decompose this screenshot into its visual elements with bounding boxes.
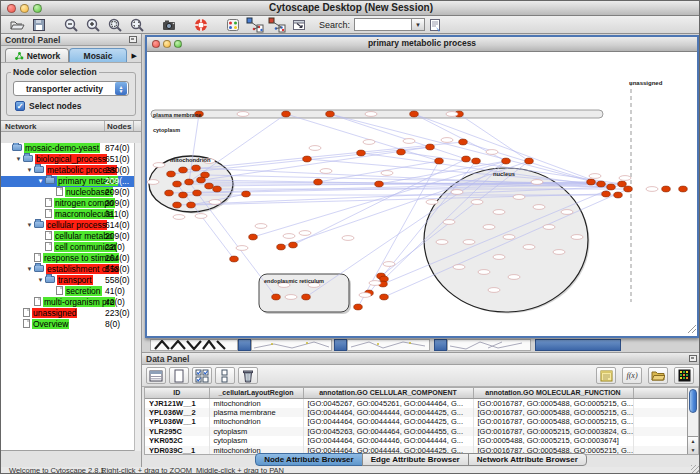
select-attributes-button[interactable] (192, 367, 212, 384)
tab-mosaic[interactable]: Mosaic (69, 48, 127, 62)
zoom-fit-button[interactable] (127, 17, 147, 33)
network-node[interactable] (375, 181, 384, 187)
tree-row[interactable]: ▼transport558(0) (1, 275, 141, 286)
network-node[interactable] (380, 294, 389, 300)
column-header[interactable]: ID (145, 388, 209, 398)
network-node[interactable] (167, 171, 176, 177)
network-node[interactable] (624, 186, 633, 192)
network-node[interactable] (187, 202, 196, 208)
search-input[interactable] (354, 18, 412, 31)
float-panel-icon[interactable] (689, 355, 697, 362)
background-window-fragment[interactable] (251, 339, 332, 351)
network-node[interactable] (302, 294, 311, 300)
network-node[interactable] (410, 111, 419, 117)
network-node[interactable] (397, 149, 406, 155)
network-node[interactable] (179, 167, 188, 173)
network-node[interactable] (193, 190, 202, 196)
network-node[interactable] (179, 192, 188, 198)
node-color-dropdown[interactable]: transporter activity ▲▼ (13, 81, 129, 96)
tree-row[interactable]: ▼cellular process614(0) (1, 220, 141, 231)
network-node[interactable] (618, 181, 627, 187)
network-node[interactable] (502, 158, 511, 164)
network-node[interactable] (525, 158, 534, 164)
background-window-fragment[interactable] (434, 339, 447, 351)
scroll-up-button[interactable]: ▲ (688, 437, 698, 446)
vizmapper-button[interactable] (223, 17, 243, 33)
network-node[interactable] (230, 256, 239, 262)
network-node[interactable] (607, 184, 616, 190)
delete-attribute-button[interactable] (238, 367, 258, 384)
network-node[interactable] (213, 186, 222, 192)
background-window-fragment[interactable] (150, 339, 238, 351)
expander-icon[interactable]: ▼ (25, 165, 34, 176)
frame-resize-grip[interactable] (688, 325, 696, 333)
new-window-button[interactable] (289, 17, 309, 33)
attribute-table-button[interactable] (146, 367, 166, 384)
expander-icon[interactable]: ▼ (25, 220, 34, 231)
table-row[interactable]: YJR121W__1mitochondrion[GO:0045267, GO:0… (145, 398, 691, 408)
tree-row[interactable]: nucleobase-209(0) (1, 187, 141, 198)
expander-icon[interactable]: ▼ (14, 154, 23, 165)
tree-row[interactable]: mosaic-demo-yeast874(0) (1, 143, 141, 154)
network-node[interactable] (662, 186, 671, 192)
column-header[interactable]: annotation.GO MOLECULAR_FUNCTION (473, 388, 633, 398)
background-window-fragment[interactable] (535, 339, 621, 351)
network-node[interactable] (326, 111, 335, 117)
tree-row[interactable]: unassigned223(0) (1, 308, 141, 319)
network-node[interactable] (289, 242, 298, 248)
column-header[interactable]: annotation.GO CELLULAR_COMPONENT (303, 388, 473, 398)
network-node[interactable] (205, 183, 214, 189)
network-canvas[interactable]: plasma membranecytoplasmmitochondrionnuc… (147, 52, 697, 336)
network-node[interactable] (173, 202, 182, 208)
table-row[interactable]: YPL036W__2plasma membrane[GO:0044464, GO… (145, 408, 691, 418)
tree-row[interactable]: cell communicat22(0) (1, 242, 141, 253)
background-window-fragment[interactable] (238, 339, 251, 351)
table-row[interactable]: YKR052Ccytoplasm[GO:0044464, GO:0044446,… (145, 436, 691, 446)
tree-row[interactable]: ▼metabolic process280(0) (1, 165, 141, 176)
search-settings-button[interactable] (425, 17, 445, 33)
resize-grip[interactable] (691, 465, 700, 474)
search-dropdown-button[interactable]: ▼ (412, 18, 425, 31)
zoom-out-button[interactable] (61, 17, 81, 33)
tab-network[interactable]: Network (5, 48, 69, 62)
select-nodes-checkbox[interactable]: ✓ (15, 101, 25, 111)
expander-icon[interactable]: ▼ (25, 264, 34, 275)
tree-row[interactable]: multi-organism pro42(0) (1, 297, 141, 308)
network-node[interactable] (277, 244, 286, 250)
tree-row[interactable]: ▼biological_process651(0) (1, 154, 141, 165)
new-attribute-button[interactable] (169, 367, 189, 384)
heatmap-button[interactable] (674, 367, 694, 384)
tree-row[interactable]: secretion41(0) (1, 286, 141, 297)
network-node[interactable] (614, 192, 623, 198)
tab-overflow-arrow[interactable]: ▶ (132, 52, 139, 62)
background-window-fragment[interactable] (447, 339, 531, 351)
merge-networks-button[interactable] (245, 17, 265, 33)
background-window-fragment[interactable] (334, 339, 347, 351)
network-node[interactable] (197, 177, 206, 183)
zoom-selected-button[interactable] (105, 17, 125, 33)
save-session-button[interactable] (29, 17, 49, 33)
snapshot-button[interactable] (159, 17, 179, 33)
network-node[interactable] (472, 158, 481, 164)
background-window-fragment[interactable] (347, 339, 430, 351)
network-node[interactable] (602, 191, 611, 197)
network-node[interactable] (679, 186, 688, 192)
tab-network-attribute-browser[interactable]: Network Attribute Browser (468, 453, 587, 466)
network-node[interactable] (426, 144, 435, 150)
tab-node-attribute-browser[interactable]: Node Attribute Browser (255, 453, 363, 466)
network-node[interactable] (173, 181, 182, 187)
column-header[interactable] (633, 388, 691, 398)
expander-icon[interactable]: ▼ (36, 275, 45, 286)
open-session-button[interactable] (7, 17, 27, 33)
expander-icon[interactable]: ▼ (36, 176, 45, 187)
table-row[interactable]: YPL036W__1mitochondrion[GO:0044464, GO:0… (145, 417, 691, 427)
table-row[interactable]: YLR295Ccytoplasm[GO:0045263, GO:0044464,… (145, 427, 691, 437)
zoom-in-button[interactable] (83, 17, 103, 33)
nodes-column-header[interactable]: Nodes (105, 121, 134, 131)
compare-networks-button[interactable] (267, 17, 287, 33)
network-node[interactable] (314, 179, 323, 185)
network-tree-scrollbar[interactable] (134, 143, 141, 451)
network-view-titlebar[interactable]: primary metabolic process (147, 37, 697, 52)
network-node[interactable] (435, 158, 444, 164)
formula-button[interactable]: f(x) (622, 367, 642, 384)
